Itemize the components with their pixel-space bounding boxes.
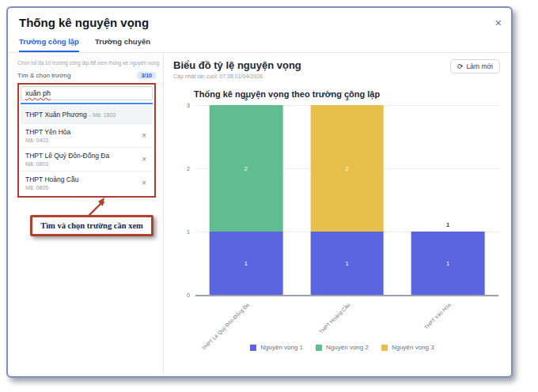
suggestion-item[interactable]: THPT Xuân Phương- Mã: 1803 — [21, 106, 153, 123]
remove-school-icon[interactable]: × — [140, 179, 148, 187]
segment-value-label: 1 — [244, 260, 248, 267]
chart-panel-title: Biểu đồ tỷ lệ nguyện vọng — [173, 59, 301, 71]
close-icon[interactable]: × — [495, 17, 502, 28]
search-input-value: xuân ph — [25, 89, 51, 97]
y-axis-tick: 1 — [187, 229, 190, 235]
refresh-icon: ⟳ — [457, 62, 464, 70]
school-name: THPT Yên Hòa — [25, 128, 70, 136]
tab-bar: Trường công lập Trường chuyên — [8, 37, 511, 53]
school-code: Mã: 0403 — [25, 138, 70, 143]
segment-value-label: 2 — [345, 165, 348, 172]
legend-swatch-icon — [316, 345, 322, 351]
segment-value-label: 1 — [446, 260, 449, 267]
x-axis-labels: THPT Lê Quý Đôn-Đống ĐaTHPT Hoàng CầuTHP… — [195, 296, 498, 342]
y-axis-tick: 2 — [187, 165, 190, 171]
bar-3: 11 — [411, 105, 485, 295]
y-axis-tick: 0 — [187, 292, 190, 298]
legend-swatch-icon — [250, 345, 256, 351]
dropdown-divider — [21, 103, 153, 104]
last-updated-text: Cập nhật lần cuối: 07:38 01/04/2026 — [173, 74, 301, 79]
chart-legend: Nguyện vọng 1Nguyện vọng 2Nguyện vọng 3 — [186, 344, 498, 351]
picker-hint: Chọn tối đa 10 trường công lập để xem th… — [17, 60, 156, 66]
legend-item[interactable]: Nguyện vọng 3 — [381, 344, 434, 351]
legend-label: Nguyện vọng 2 — [326, 344, 369, 351]
school-picker-sidebar: Chọn tối đa 10 trường công lập để xem th… — [8, 53, 163, 375]
legend-label: Nguyện vọng 3 — [392, 344, 434, 351]
tutorial-callout: Tìm và chọn trường cần xem — [30, 215, 153, 236]
callout-arrow-icon — [63, 197, 111, 216]
refresh-label: Làm mới — [467, 62, 493, 70]
legend-item[interactable]: Nguyện vọng 2 — [316, 344, 369, 351]
x-axis-label: THPT Yên Hòa — [423, 302, 452, 330]
bar-segment: 1 — [310, 232, 384, 295]
remove-school-icon[interactable]: × — [140, 155, 148, 164]
selection-count-badge: 3/10 — [137, 72, 156, 79]
school-name: THPT Lê Quý Đôn-Đống Đa — [25, 152, 109, 160]
selected-school-row: THPT Yên Hòa Mã: 0403 × — [21, 123, 153, 147]
bar-segment: 1 — [411, 232, 485, 295]
modal-header: Thống kê nguyện vọng × — [8, 8, 511, 29]
school-code: Mã: 0803 — [25, 161, 109, 167]
segment-value-label: 2 — [244, 165, 248, 172]
callout-label: Tìm và chọn trường cần xem — [30, 215, 153, 236]
search-label: Tìm & chọn trường — [17, 72, 71, 79]
bar-segment: 2 — [310, 105, 384, 232]
legend-swatch-icon — [381, 345, 388, 351]
selected-school-row: THPT Lê Quý Đôn-Đống Đa Mã: 0803 × — [21, 147, 153, 171]
school-code: Mã: 0805 — [25, 185, 78, 190]
refresh-button[interactable]: ⟳ Làm mới — [450, 59, 500, 74]
annotation-highlight-box: xuân ph THPT Xuân Phương- Mã: 1803 THPT … — [17, 83, 156, 198]
bar-segment: 1 — [209, 232, 282, 295]
x-axis-label: THPT Hoàng Cầu — [318, 302, 350, 334]
segment-value-label: 1 — [345, 260, 348, 267]
legend-item[interactable]: Nguyện vọng 1 — [250, 344, 303, 351]
school-search-input[interactable]: xuân ph — [21, 86, 153, 100]
statistics-modal: Thống kê nguyện vọng × Trường công lập T… — [6, 6, 513, 378]
bar-total-label: 1 — [411, 221, 485, 228]
school-name: THPT Hoàng Cầu — [25, 175, 78, 183]
stacked-bar-chart: 3 2 1 0 12312311 THPT Lê Quý Đôn-Đống Đa… — [186, 105, 498, 351]
bar-total-label: 3 — [209, 95, 282, 102]
chart-panel: Biểu đồ tỷ lệ nguyện vọng Cập nhật lần c… — [163, 53, 511, 375]
y-axis-tick: 3 — [187, 103, 190, 108]
modal-title: Thống kê nguyện vọng — [19, 16, 500, 29]
suggestion-code: - Mã: 1803 — [89, 112, 116, 118]
bar-1: 123 — [209, 105, 282, 295]
tab-truong-chuyen[interactable]: Trường chuyên — [95, 37, 150, 52]
tab-truong-cong-lap[interactable]: Trường công lập — [19, 37, 79, 52]
bar-2: 123 — [310, 105, 384, 295]
remove-school-icon[interactable]: × — [140, 131, 148, 140]
selected-school-row: THPT Hoàng Cầu Mã: 0805 × — [21, 171, 153, 194]
bar-segment: 2 — [209, 105, 282, 232]
legend-label: Nguyện vọng 1 — [260, 344, 303, 351]
chart-plot: 3 2 1 0 12312311 — [195, 105, 498, 296]
suggestion-name: THPT Xuân Phương — [25, 111, 87, 119]
bar-total-label: 3 — [310, 95, 384, 102]
